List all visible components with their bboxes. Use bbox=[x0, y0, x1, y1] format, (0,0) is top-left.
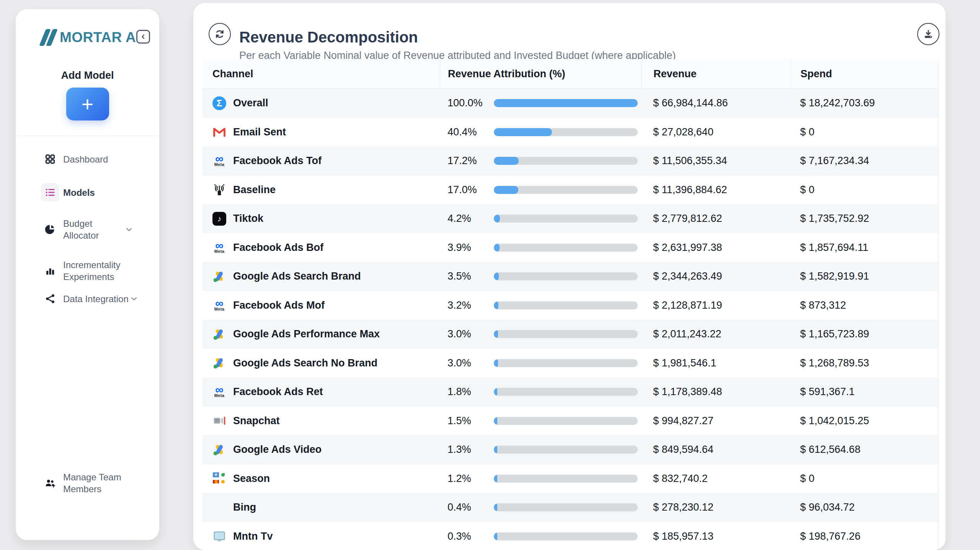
spend-value: $ 0 bbox=[800, 184, 815, 196]
revenue-value: $ 185,957.13 bbox=[653, 530, 714, 542]
sidebar-item-incrementality-experiments[interactable]: Incrementality Experiments bbox=[41, 256, 149, 286]
sidebar-item-label: Models bbox=[63, 187, 95, 199]
channel-name: Mntn Tv bbox=[233, 530, 273, 542]
channel-name: Google Ads Video bbox=[233, 444, 322, 456]
table-row: ♪Tiktok4.2%$ 2,779,812.62$ 1,735,752.92 bbox=[203, 204, 938, 233]
channel-name: Overall bbox=[233, 97, 268, 109]
sidebar-item-dashboard[interactable]: Dashboard bbox=[41, 150, 149, 168]
refresh-icon bbox=[214, 28, 225, 40]
table-body: ΣOverall100.0%$ 66,984,144.86$ 18,242,70… bbox=[203, 89, 938, 550]
spend-value: $ 1,042,015.25 bbox=[800, 415, 869, 427]
revenue-value: $ 27,028,640 bbox=[653, 126, 714, 138]
add-model-button[interactable]: + bbox=[66, 88, 109, 120]
attribution-cell: 4.2% bbox=[440, 213, 641, 225]
attribution-bar-fill bbox=[494, 330, 498, 338]
google-ads-icon bbox=[212, 327, 226, 341]
table-row: Baseline17.0%$ 11,396,884.62$ 0 bbox=[203, 176, 938, 205]
table-row: Google Ads Performance Max3.0%$ 2,011,24… bbox=[203, 320, 938, 349]
revenue-cell: $ 994,827.27 bbox=[641, 415, 791, 427]
channel-cell: Snapchat bbox=[203, 414, 440, 428]
table-row: ∞MetaFacebook Ads Bof3.9%$ 2,631,997.38$… bbox=[203, 233, 938, 262]
sidebar-collapse-button[interactable] bbox=[136, 30, 150, 44]
spend-value: $ 96,034.72 bbox=[800, 501, 855, 513]
channel-name: Google Ads Search No Brand bbox=[233, 357, 377, 369]
spend-cell: $ 1,582,919.91 bbox=[791, 270, 938, 282]
column-header-revenue-attribution: Revenue Attribution (%) bbox=[440, 59, 641, 88]
attribution-bar-fill bbox=[494, 157, 519, 165]
google-ads-icon bbox=[212, 270, 226, 283]
attribution-bar-fill bbox=[494, 272, 499, 280]
table-row: Snapchat1.5%$ 994,827.27$ 1,042,015.25 bbox=[203, 407, 938, 436]
channel-cell: Bing bbox=[203, 501, 440, 514]
attribution-bar-fill bbox=[494, 359, 498, 367]
revenue-cell: $ 2,631,997.38 bbox=[641, 242, 791, 254]
attribution-bar-track bbox=[494, 388, 638, 396]
sidebar-item-data-integration[interactable]: Data Integration bbox=[41, 290, 149, 308]
bar-chart-icon bbox=[41, 262, 59, 280]
attribution-bar-track bbox=[494, 272, 638, 280]
attribution-percent: 1.5% bbox=[448, 415, 494, 427]
download-button[interactable] bbox=[917, 23, 939, 45]
attribution-cell: 100.0% bbox=[440, 97, 641, 109]
attribution-bar-track bbox=[494, 475, 638, 483]
channel-cell: ♪Tiktok bbox=[203, 212, 440, 226]
attribution-bar-track bbox=[494, 301, 638, 309]
channel-name: Google Ads Search Brand bbox=[233, 270, 361, 282]
spend-value: $ 18,242,703.69 bbox=[800, 97, 875, 109]
meta-icon: ∞Meta bbox=[212, 241, 226, 254]
attribution-percent: 1.2% bbox=[448, 473, 494, 485]
revenue-value: $ 2,344,263.49 bbox=[653, 270, 722, 282]
revenue-value: $ 832,740.2 bbox=[653, 473, 708, 485]
revenue-cell: $ 2,011,243.22 bbox=[641, 328, 791, 340]
spend-value: $ 0 bbox=[800, 126, 815, 138]
attribution-bar-fill bbox=[494, 128, 552, 136]
revenue-value: $ 2,011,243.22 bbox=[653, 328, 721, 340]
dashboard-grid-icon bbox=[41, 150, 59, 168]
attribution-bar-track bbox=[494, 157, 638, 165]
attribution-percent: 3.0% bbox=[448, 328, 494, 340]
spend-value: $ 873,312 bbox=[800, 299, 846, 311]
spend-value: $ 0 bbox=[800, 473, 815, 485]
column-header-channel: Channel bbox=[203, 68, 440, 80]
revenue-cell: $ 2,344,263.49 bbox=[641, 270, 791, 282]
revenue-cell: $ 2,128,871.19 bbox=[641, 299, 791, 311]
attribution-bar-track bbox=[494, 359, 638, 367]
revenue-value: $ 2,779,812.62 bbox=[653, 213, 722, 225]
attribution-bar-track bbox=[494, 244, 638, 252]
revenue-value: $ 2,128,871.19 bbox=[653, 299, 722, 311]
refresh-button[interactable] bbox=[209, 23, 231, 45]
revenue-cell: $ 278,230.12 bbox=[641, 501, 791, 513]
sidebar-item-label: Budget Allocator bbox=[63, 218, 124, 241]
attribution-bar-fill bbox=[494, 301, 498, 309]
sidebar-header: MORTAR AI bbox=[16, 29, 159, 50]
sidebar-item-manage-team-members[interactable]: Manage Team Members bbox=[41, 468, 149, 498]
attribution-bar-track bbox=[494, 446, 638, 454]
revenue-value: $ 278,230.12 bbox=[653, 501, 714, 513]
channel-cell: ΣOverall bbox=[203, 96, 440, 110]
sidebar: MORTAR AI Add Model + Dashboard Models B… bbox=[16, 9, 159, 540]
table-row: ❄Season1.2%$ 832,740.2$ 0 bbox=[203, 464, 938, 493]
channel-name: Facebook Ads Tof bbox=[233, 155, 322, 167]
chevron-down-icon bbox=[124, 225, 134, 234]
meta-icon: ∞Meta bbox=[212, 298, 226, 312]
table-row: ∞MetaFacebook Ads Ret1.8%$ 1,178,389.48$… bbox=[203, 378, 938, 407]
chevron-down-icon bbox=[129, 294, 139, 303]
download-icon bbox=[923, 28, 934, 40]
spend-cell: $ 7,167,234.34 bbox=[791, 155, 938, 167]
sidebar-divider bbox=[16, 135, 159, 136]
table-row: Google Ads Search Brand3.5%$ 2,344,263.4… bbox=[203, 262, 938, 291]
attribution-cell: 17.0% bbox=[440, 184, 641, 196]
sidebar-item-models[interactable]: Models bbox=[41, 183, 149, 202]
attribution-cell: 1.5% bbox=[440, 415, 641, 427]
gmail-icon bbox=[212, 125, 226, 139]
attribution-bar-track bbox=[494, 128, 638, 136]
sidebar-item-label: Data Integration bbox=[63, 293, 129, 305]
sidebar-item-budget-allocator[interactable]: Budget Allocator bbox=[41, 215, 149, 244]
table-row: Bing0.4%$ 278,230.12$ 96,034.72 bbox=[203, 493, 938, 522]
season-icon: ❄ bbox=[212, 472, 226, 485]
team-add-icon bbox=[41, 474, 59, 492]
add-model-label: Add Model bbox=[16, 70, 159, 81]
attribution-percent: 1.3% bbox=[448, 444, 494, 456]
attribution-cell: 3.0% bbox=[440, 357, 641, 369]
models-list-icon bbox=[41, 183, 59, 202]
